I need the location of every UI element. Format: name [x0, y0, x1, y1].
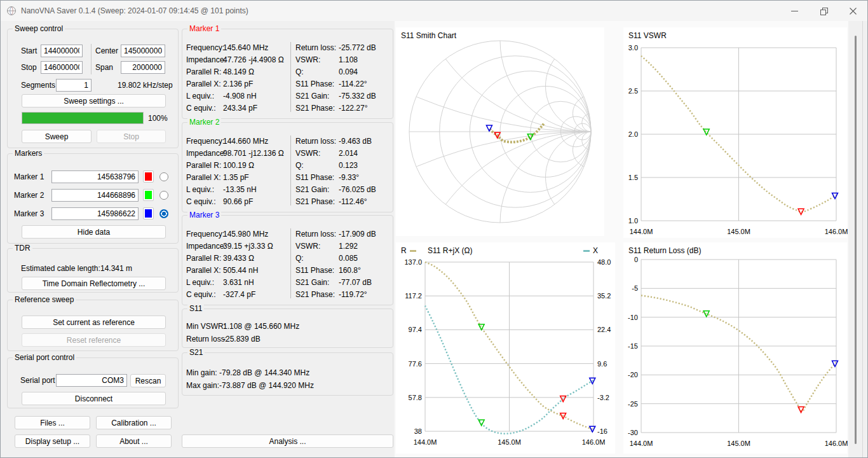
info-value: -75.332 dB — [339, 92, 376, 101]
hide-data-button[interactable]: Hide data — [22, 225, 166, 239]
info-label: Q: — [295, 254, 304, 263]
axis-tick-label: -15 — [628, 342, 638, 350]
info-value: -4.908 nH — [223, 92, 257, 101]
center-input[interactable] — [121, 45, 165, 57]
axis-tick-label: 35.2 — [597, 292, 611, 300]
stop-input[interactable] — [41, 61, 83, 74]
close-icon — [850, 8, 857, 15]
markers-group: Markers Marker 1 Marker 2 Marker 3 Hide … — [7, 153, 179, 244]
reset-reference-button[interactable]: Reset reference — [22, 333, 166, 347]
info-label: C equiv.: — [186, 104, 215, 113]
sweep-control-group: Sweep control Start Center Stop Span Seg… — [7, 29, 179, 148]
info-label: S11 Phase: — [295, 80, 334, 88]
s11-info-panel: S11 Min VSWR:1.108 @ 145.660 MHzReturn l… — [182, 309, 393, 348]
serial-port-input[interactable] — [56, 374, 127, 387]
scrollbar-thumb[interactable] — [855, 36, 857, 444]
analysis-button[interactable]: Analysis ... — [182, 434, 393, 448]
restore-button[interactable] — [809, 1, 838, 21]
info-value: 1.35 pF — [223, 173, 249, 182]
segments-input[interactable] — [56, 79, 92, 92]
nanovna-saver-window: NanoVNA Saver 0.1.4 (Sweep: 2024-01-07 0… — [0, 0, 868, 458]
files-button[interactable]: Files ... — [15, 416, 90, 429]
disconnect-button[interactable]: Disconnect — [22, 392, 166, 405]
info-value: -9.463 dB — [339, 137, 372, 146]
smith-chart-panel[interactable]: S11 Smith Chart — [396, 27, 604, 236]
axis-tick-label: 0 — [634, 256, 638, 263]
info-label: Min VSWR: — [186, 322, 226, 331]
panel-title: Marker 1 — [187, 24, 221, 33]
marker3-color-swatch — [145, 209, 152, 218]
marker2-info-panel: Marker 2 Frequency:144.660 MHzImpedance:… — [182, 122, 393, 212]
info-value: -13.35 nH — [223, 185, 257, 194]
group-title: Reference sweep — [13, 295, 76, 304]
close-button[interactable] — [838, 1, 867, 21]
return-loss-chart-panel[interactable]: S11 Return Loss (dB) 0-5-10-15-20-25-301… — [623, 242, 847, 454]
marker2-color-button[interactable] — [143, 189, 154, 201]
sweep-button[interactable]: Sweep — [22, 130, 92, 143]
info-value: 160.8° — [339, 266, 361, 275]
chart-marker — [832, 361, 838, 366]
tdr-group: TDR Estimated cable length: 14.341 m Tim… — [7, 248, 179, 293]
axis-tick-label: 97.4 — [409, 326, 422, 333]
window-title: NanoVNA Saver 0.1.4 (Sweep: 2024-01-07 0… — [21, 6, 248, 15]
axis-tick-label: -25 — [628, 400, 638, 408]
axis-tick-label: 77.6 — [409, 360, 422, 368]
marker3-radio[interactable] — [159, 209, 168, 218]
panel-divider — [290, 228, 291, 298]
marker2-freq-input[interactable] — [51, 189, 139, 202]
marker3-color-button[interactable] — [143, 207, 154, 219]
axis-tick-label: 145.0M — [727, 440, 750, 447]
axis-tick-label: 9.6 — [597, 360, 607, 368]
info-value: 1.108 @ 145.660 MHz — [223, 322, 299, 331]
axis-tick-label: 145.0M — [727, 228, 750, 235]
axis-tick-label: 57.8 — [409, 394, 422, 401]
set-reference-button[interactable]: Set current as reference — [22, 316, 166, 329]
info-value: -9.33° — [339, 173, 359, 182]
step-info: 19.802 kHz/step — [118, 81, 173, 90]
info-label: Parallel X: — [186, 173, 221, 182]
minimize-button[interactable] — [780, 1, 809, 21]
info-value: 98.701 -j12.136 Ω — [223, 149, 284, 158]
group-title: Markers — [13, 149, 44, 158]
rjx-chart-panel[interactable]: R S11 R+jX (Ω) X 137.048.0117.235.297.42… — [396, 242, 615, 454]
marker3-freq-input[interactable] — [51, 207, 139, 220]
info-value: 3.631 nH — [223, 278, 254, 287]
info-label: S21 Gain: — [295, 185, 329, 194]
info-value: 39.433 Ω — [223, 254, 254, 263]
info-value: -17.909 dB — [339, 230, 376, 239]
info-value: 39.15 +j3.33 Ω — [223, 242, 273, 251]
rescan-button[interactable]: Rescan — [130, 374, 166, 387]
calibration-button[interactable]: Calibration ... — [96, 416, 172, 429]
info-value: -114.22° — [339, 80, 367, 88]
titlebar[interactable]: NanoVNA Saver 0.1.4 (Sweep: 2024-01-07 0… — [1, 1, 867, 21]
panel-title: Marker 2 — [187, 118, 221, 127]
info-value: 243.34 pF — [223, 104, 257, 113]
info-label: S21 Gain: — [295, 278, 329, 287]
charts-region: S11 Smith Chart S11 VSWR 3.02.52.01.51.0… — [395, 21, 848, 457]
group-title: Serial port control — [13, 353, 76, 362]
sweep-progress-fill — [22, 113, 143, 123]
vswr-chart-panel[interactable]: S11 VSWR 3.02.52.01.51.0144.0M145.0M146.… — [623, 27, 847, 238]
marker2-radio[interactable] — [159, 191, 168, 200]
cable-length-value: 14.341 m — [100, 264, 132, 273]
segments-label: Segments — [21, 81, 55, 90]
chart-marker — [832, 193, 838, 198]
axis-tick-label: 2.5 — [628, 87, 638, 95]
tdr-button[interactable]: Time Domain Reflectometry ... — [22, 277, 166, 290]
info-value: 145.980 MHz — [223, 230, 268, 239]
marker1-color-button[interactable] — [143, 170, 154, 183]
marker1-color-swatch — [145, 172, 152, 181]
display-setup-button[interactable]: Display setup ... — [15, 434, 90, 448]
about-button[interactable]: About ... — [96, 434, 172, 448]
marker1-radio[interactable] — [159, 172, 168, 181]
info-value: 1.292 — [339, 242, 358, 251]
info-label: Impedance: — [186, 55, 226, 64]
stop-button[interactable]: Stop — [97, 130, 166, 143]
marker1-freq-input[interactable] — [51, 170, 139, 183]
sweep-settings-button[interactable]: Sweep settings ... — [22, 94, 166, 108]
start-input[interactable] — [41, 45, 83, 57]
span-input[interactable] — [121, 61, 165, 74]
info-label: Parallel R: — [186, 161, 221, 170]
smith-trace — [489, 124, 544, 142]
group-title: Sweep control — [13, 24, 65, 33]
